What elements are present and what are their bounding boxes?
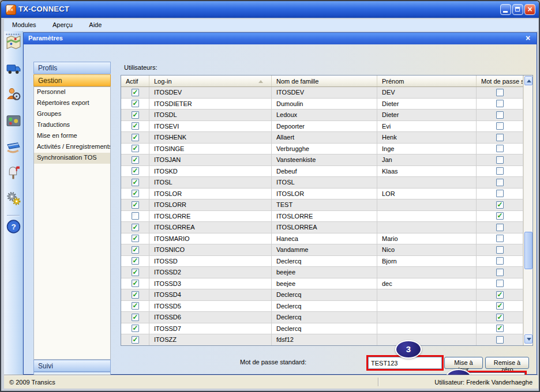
- mot-de-passe-standard-checkbox[interactable]: [496, 179, 504, 186]
- table-row[interactable]: ITOSLORITOSLORLOR: [121, 189, 523, 200]
- actif-checkbox[interactable]: [132, 201, 139, 209]
- actif-checkbox[interactable]: [132, 122, 139, 130]
- menu-aide[interactable]: Aide: [83, 20, 107, 28]
- table-row[interactable]: ITOSSD6Declercq: [121, 312, 523, 323]
- mot-de-passe-standard-checkbox[interactable]: [496, 246, 504, 254]
- nav-item-personnel[interactable]: Personnel: [34, 87, 110, 98]
- nav-item-mise-en-forme[interactable]: Mise en forme: [34, 131, 110, 142]
- table-row[interactable]: ITOSDLLedouxDieter: [121, 110, 523, 121]
- table-row[interactable]: ITOSMARIOHanecaMario: [121, 233, 523, 245]
- table-row[interactable]: ITOSSD7Declercq: [121, 323, 523, 335]
- actif-checkbox[interactable]: [132, 190, 139, 197]
- nav-group-profils[interactable]: Profils: [33, 62, 111, 74]
- mot-de-passe-standard-checkbox[interactable]: [496, 314, 504, 321]
- mot-de-passe-standard-checkbox[interactable]: [496, 212, 504, 220]
- actif-checkbox[interactable]: [132, 179, 139, 186]
- vertical-scrollbar[interactable]: [523, 76, 532, 345]
- column-header-mot-de-passe-standard[interactable]: Mot de passe standard: [477, 76, 523, 86]
- close-button[interactable]: ×: [524, 4, 535, 15]
- mot-de-passe-standard-checkbox[interactable]: [496, 167, 504, 175]
- table-row[interactable]: ITOSJANVansteenkisteJan: [121, 154, 523, 166]
- scrollbar-thumb[interactable]: [524, 232, 532, 269]
- mot-de-passe-standard-checkbox[interactable]: [496, 122, 504, 130]
- mot-de-passe-standard-checkbox[interactable]: [496, 325, 504, 332]
- table-row[interactable]: ITOSZZfdsf12: [121, 334, 523, 346]
- table-row[interactable]: ITOSSD4Declercq: [121, 289, 523, 301]
- actif-checkbox[interactable]: [132, 302, 139, 310]
- table-row[interactable]: ITOSEVIDepoorterEvi: [121, 121, 523, 133]
- menu-modules[interactable]: Modules: [6, 20, 42, 28]
- mot-de-passe-standard-checkbox[interactable]: [496, 111, 504, 119]
- restore-button[interactable]: [512, 4, 523, 15]
- truck-icon[interactable]: [6, 61, 21, 77]
- actif-checkbox[interactable]: [132, 269, 139, 276]
- column-header-log-in[interactable]: Log-in: [149, 76, 272, 86]
- password-input[interactable]: [368, 357, 442, 369]
- mot-de-passe-standard-checkbox[interactable]: [496, 224, 504, 231]
- minimize-button[interactable]: [500, 4, 511, 15]
- table-row[interactable]: ITOSLITOSL: [121, 177, 523, 189]
- actif-checkbox[interactable]: [132, 224, 139, 231]
- actif-checkbox[interactable]: [132, 235, 139, 242]
- mot-de-passe-standard-checkbox[interactable]: [496, 257, 504, 265]
- table-row[interactable]: ITOSKDDebeufKlaas: [121, 166, 523, 178]
- scroll-down-button[interactable]: [524, 334, 532, 344]
- mot-de-passe-standard-checkbox[interactable]: [496, 100, 504, 107]
- actif-checkbox[interactable]: [132, 291, 139, 299]
- nav-item-r-pertoires-export[interactable]: Répertoires export: [34, 98, 110, 109]
- reset-button[interactable]: Remise à zéro: [485, 357, 529, 369]
- nav-group-gestion[interactable]: Gestion: [33, 74, 111, 86]
- table-row[interactable]: ITOSINGEVerbruggheInge: [121, 144, 523, 155]
- table-row[interactable]: ITOSLORRTEST: [121, 199, 523, 211]
- mot-de-passe-standard-checkbox[interactable]: [496, 336, 504, 344]
- column-header-actif[interactable]: Actif: [121, 76, 149, 86]
- table-row[interactable]: ITOSNICOVandammeNico: [121, 244, 523, 256]
- actif-checkbox[interactable]: [132, 212, 139, 220]
- title-bar[interactable]: TX TX-CONNECT ×: [1, 1, 539, 18]
- mot-de-passe-standard-checkbox[interactable]: [496, 134, 504, 141]
- actif-checkbox[interactable]: [132, 89, 139, 96]
- actif-checkbox[interactable]: [132, 134, 139, 141]
- table-row[interactable]: ITOSSD3beejeedec: [121, 278, 523, 290]
- actif-checkbox[interactable]: [132, 111, 139, 119]
- mot-de-passe-standard-checkbox[interactable]: [496, 291, 504, 299]
- actif-checkbox[interactable]: [132, 246, 139, 254]
- mot-de-passe-standard-checkbox[interactable]: [496, 302, 504, 310]
- column-header-pr-nom[interactable]: Prénom: [377, 76, 477, 86]
- mot-de-passe-standard-checkbox[interactable]: [496, 156, 504, 164]
- actif-checkbox[interactable]: [132, 167, 139, 175]
- mot-de-passe-standard-checkbox[interactable]: [496, 89, 504, 96]
- actif-checkbox[interactable]: [132, 314, 139, 321]
- actif-checkbox[interactable]: [132, 145, 139, 152]
- actif-checkbox[interactable]: [132, 156, 139, 164]
- nav-item-synchronisation-tos[interactable]: Synchronisation TOS: [34, 153, 110, 164]
- card-icon[interactable]: [6, 139, 21, 155]
- table-row[interactable]: ITOSDIETERDumoulinDieter: [121, 99, 523, 110]
- actif-checkbox[interactable]: [132, 257, 139, 265]
- table-row[interactable]: ITOSHENKAllaertHenk: [121, 132, 523, 144]
- mot-de-passe-standard-checkbox[interactable]: [496, 201, 504, 209]
- panel-close-icon[interactable]: ×: [524, 33, 532, 43]
- mot-de-passe-standard-checkbox[interactable]: [496, 280, 504, 287]
- mot-de-passe-standard-checkbox[interactable]: [496, 235, 504, 242]
- scroll-up-button[interactable]: [524, 76, 532, 85]
- table-row[interactable]: ITOSLORREAITOSLORREA: [121, 222, 523, 233]
- mailbox-icon[interactable]: [6, 164, 21, 180]
- nav-item-traductions[interactable]: Traductions: [34, 120, 110, 131]
- table-row[interactable]: ITOSSD2beejee: [121, 267, 523, 278]
- mot-de-passe-standard-checkbox[interactable]: [496, 145, 504, 152]
- dashboard-icon[interactable]: [6, 113, 21, 129]
- nav-item-activit-s-enregistrements[interactable]: Activités / Enregistrements: [34, 142, 110, 153]
- nav-item-groupes[interactable]: Groupes: [34, 109, 110, 120]
- map-icon[interactable]: [6, 35, 21, 51]
- actif-checkbox[interactable]: [132, 280, 139, 287]
- mot-de-passe-standard-checkbox[interactable]: [496, 190, 504, 197]
- table-row[interactable]: ITOSSDDeclercqBjorn: [121, 256, 523, 267]
- menu-apercu[interactable]: Aperçu: [47, 20, 78, 28]
- table-row[interactable]: ITOSLORREITOSLORRE: [121, 211, 523, 223]
- actif-checkbox[interactable]: [132, 336, 139, 344]
- table-row[interactable]: ITOSSD5Declercq: [121, 301, 523, 312]
- driver-icon[interactable]: [6, 86, 21, 103]
- nav-group-suivi[interactable]: Suivi: [33, 360, 111, 372]
- help-icon[interactable]: ?: [6, 218, 21, 235]
